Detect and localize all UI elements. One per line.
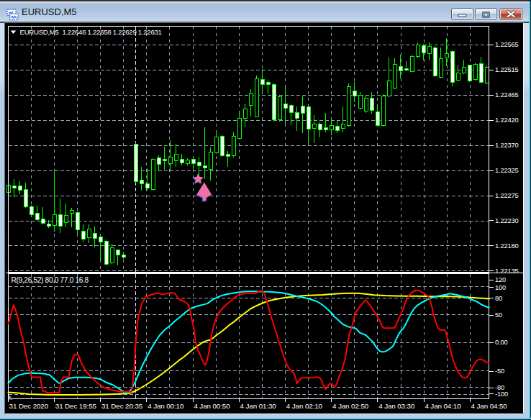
svg-text:R(9,26,52) 80.0 77.0 16.8: R(9,26,52) 80.0 77.0 16.8 xyxy=(12,276,89,284)
svg-text:1.22325: 1.22325 xyxy=(495,167,519,174)
svg-text:4 Jan 00:50: 4 Jan 00:50 xyxy=(194,402,230,410)
svg-text:120: 120 xyxy=(495,276,506,283)
svg-text:1.22230: 1.22230 xyxy=(495,217,519,224)
svg-text:4 Jan 02:10: 4 Jan 02:10 xyxy=(286,402,323,410)
svg-text:1.22515: 1.22515 xyxy=(495,66,519,73)
svg-text:31 Dec 2020: 31 Dec 2020 xyxy=(9,402,49,410)
svg-text:1.22370: 1.22370 xyxy=(495,142,519,149)
svg-text:EURUSD,M5 1.22646 1.22658 1.2: EURUSD,M5 1.22646 1.22658 1.22629 1.2263… xyxy=(20,28,162,36)
svg-text:4 Jan 03:30: 4 Jan 03:30 xyxy=(378,402,415,410)
svg-text:31 Dec 19:55: 31 Dec 19:55 xyxy=(55,402,97,410)
svg-text:0.00: 0.00 xyxy=(495,339,508,346)
svg-text:1.22275: 1.22275 xyxy=(495,192,519,199)
svg-text:1.22180: 1.22180 xyxy=(495,242,519,250)
svg-text:31 Dec 20:35: 31 Dec 20:35 xyxy=(101,402,143,410)
svg-text:80: 80 xyxy=(495,295,502,302)
svg-text:1.22565: 1.22565 xyxy=(495,41,519,48)
svg-text:50: 50 xyxy=(495,311,502,319)
svg-text:100: 100 xyxy=(495,284,506,291)
svg-text:-50: -50 xyxy=(495,368,504,375)
svg-text:4 Jan 01:30: 4 Jan 01:30 xyxy=(240,402,277,410)
svg-text:1.22465: 1.22465 xyxy=(495,91,519,99)
svg-text:4 Jan 04:50: 4 Jan 04:50 xyxy=(471,402,508,410)
svg-text:1.22135: 1.22135 xyxy=(495,268,519,275)
svg-text:4 Jan 00:10: 4 Jan 00:10 xyxy=(148,402,184,410)
svg-text:1.22420: 1.22420 xyxy=(495,117,519,124)
svg-text:4 Jan 02:50: 4 Jan 02:50 xyxy=(332,402,369,410)
svg-text:4 Jan 04:10: 4 Jan 04:10 xyxy=(425,402,461,410)
svg-text:-100: -100 xyxy=(495,391,508,398)
